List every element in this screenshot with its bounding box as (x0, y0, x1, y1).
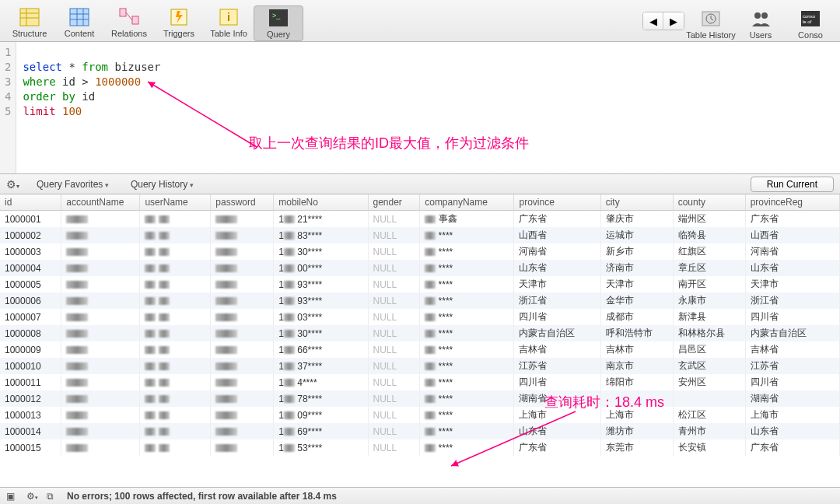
cell-userName (140, 243, 211, 260)
cell-userName (140, 227, 211, 243)
tab-content[interactable]: Content (54, 5, 104, 41)
table-row[interactable]: 1000004 1 00****NULL ****山东省济南市章丘区山东省 (0, 260, 840, 276)
svg-line-11 (126, 12, 132, 20)
table-history-button[interactable]: Table History (686, 7, 736, 41)
cell-userName (140, 407, 211, 423)
col-province[interactable]: province (514, 194, 600, 211)
cell-city: 成都市 (600, 309, 673, 325)
cell-city: 南京市 (600, 358, 673, 374)
tab-query[interactable]: >_Query (254, 5, 303, 41)
tab-tableinfo[interactable]: iTable Info (204, 5, 254, 41)
users-button[interactable]: Users (736, 7, 786, 41)
cell-userName (140, 309, 211, 325)
col-gender[interactable]: gender (368, 194, 420, 211)
cell-companyName: **** (420, 325, 514, 341)
col-companyName[interactable]: companyName (420, 194, 514, 211)
table-row[interactable]: 1000006 1 93****NULL ****浙江省金华市永康市浙江省 (0, 292, 840, 309)
cell-mobileNo: 1 09**** (274, 407, 368, 423)
query-favorites-dropdown[interactable]: Query Favorites (32, 177, 114, 191)
table-row[interactable]: 1000012 1 78****NULL ****湖南省湖南省 (0, 390, 840, 407)
cell-id: 1000011 (0, 374, 61, 390)
tab-triggers[interactable]: Triggers (154, 5, 204, 41)
cell-companyName: **** (420, 407, 514, 423)
svg-rect-23 (801, 11, 820, 26)
cell-id: 1000014 (0, 423, 61, 439)
cell-mobileNo: 1 93**** (274, 276, 368, 292)
col-mobileNo[interactable]: mobileNo (274, 194, 368, 211)
cell-accountName (61, 309, 140, 325)
nav-back-button[interactable]: ◀ (643, 12, 663, 30)
kw-where: where (23, 75, 55, 88)
cell-accountName (61, 276, 140, 292)
query-history-dropdown[interactable]: Query History (126, 177, 198, 191)
cell-province: 山东省 (514, 260, 600, 276)
table-row[interactable]: 1000002 1 83****NULL ****山西省运城市临猗县山西省 (0, 227, 840, 243)
console-button[interactable]: console ofConso (786, 7, 835, 41)
col-password[interactable]: password (211, 194, 274, 211)
table-row[interactable]: 1000007 1 03****NULL ****四川省成都市新津县四川省 (0, 309, 840, 325)
kw-limit: limit (23, 105, 62, 117)
cell-userName (140, 358, 211, 374)
query-icon: >_ (268, 8, 289, 28)
table-row[interactable]: 1000001 1 21****NULL 事鑫广东省肇庆市端州区广东省 (0, 211, 840, 228)
annotation-1: 取上一次查询结果的ID最大值，作为过滤条件 (249, 134, 529, 152)
col-provinceReg[interactable]: provinceReg (745, 194, 839, 211)
cell-password (211, 260, 274, 276)
cell-password (211, 439, 274, 456)
table-row[interactable]: 1000015 1 53****NULL ****广东省东莞市长安镇广东省 (0, 439, 840, 456)
cell-password (211, 325, 274, 341)
table-row[interactable]: 1000010 1 37****NULL ****江苏省南京市玄武区江苏省 (0, 358, 840, 374)
table-row[interactable]: 1000003 1 30****NULL ****河南省新乡市红旗区河南省 (0, 243, 840, 260)
sql-editor[interactable]: 12345 select * from bizuser where id > 1… (0, 42, 840, 174)
cell-accountName (61, 423, 140, 439)
cell-companyName: **** (420, 390, 514, 407)
cell-county: 松江区 (673, 407, 745, 423)
cell-accountName (61, 292, 140, 309)
svg-text:i: i (227, 11, 230, 23)
cell-accountName (61, 260, 140, 276)
cell-mobileNo: 1 4**** (274, 374, 368, 390)
tab-relations[interactable]: Relations (104, 5, 154, 41)
svg-rect-0 (20, 9, 39, 26)
cell-county: 玄武区 (673, 358, 745, 374)
cell-password (211, 374, 274, 390)
cell-county: 新津县 (673, 309, 745, 325)
col-userName[interactable]: userName (140, 194, 211, 211)
cell-county (673, 390, 745, 407)
cell-city: 潍坊市 (600, 423, 673, 439)
relations-icon (118, 7, 140, 27)
table-row[interactable]: 1000009 1 66****NULL ****吉林省吉林市昌邑区吉林省 (0, 341, 840, 358)
tab-label: Table Info (210, 29, 247, 38)
col-id[interactable]: id (0, 194, 61, 211)
copy-icon[interactable]: ⧉ (47, 491, 58, 502)
cell-id: 1000008 (0, 325, 61, 341)
nav-forward-button[interactable]: ▶ (663, 12, 684, 30)
cell-province: 山东省 (514, 423, 600, 439)
annotation-2: 查询耗时：18.4 ms (544, 393, 664, 411)
table-row[interactable]: 1000011 1 4****NULL ****四川省绵阳市安州区四川省 (0, 374, 840, 390)
table-row[interactable]: 1000013 1 09****NULL ****上海市上海市松江区上海市 (0, 407, 840, 423)
results-grid[interactable]: idaccountNameuserNamepasswordmobileNogen… (0, 194, 840, 487)
cell-companyName: **** (420, 423, 514, 439)
cell-county: 青州市 (673, 423, 745, 439)
cell-password (211, 227, 274, 243)
cell-gender: NULL (368, 358, 420, 374)
console-icon: console of (800, 9, 821, 29)
gear-small-icon[interactable]: ⚙▾ (26, 491, 37, 502)
sql-code[interactable]: select * from bizuser where id > 1000000… (16, 42, 840, 173)
cell-password (211, 341, 274, 358)
expand-icon[interactable]: ▣ (6, 491, 17, 502)
table-row[interactable]: 1000014 1 69****NULL ****山东省潍坊市青州市山东省 (0, 423, 840, 439)
tab-structure[interactable]: Structure (5, 5, 54, 41)
col-accountName[interactable]: accountName (61, 194, 140, 211)
tableinfo-icon: i (218, 7, 240, 27)
run-current-button[interactable]: Run Current (751, 177, 834, 192)
cell-city: 东莞市 (600, 439, 673, 456)
cell-accountName (61, 341, 140, 358)
table-row[interactable]: 1000008 1 30****NULL ****内蒙古自治区呼和浩特市和林格尔… (0, 325, 840, 341)
col-county[interactable]: county (673, 194, 745, 211)
table-row[interactable]: 1000005 1 93****NULL ****天津市天津市南开区天津市 (0, 276, 840, 292)
gear-icon[interactable]: ⚙▾ (6, 178, 19, 191)
cell-companyName: **** (420, 309, 514, 325)
col-city[interactable]: city (600, 194, 673, 211)
